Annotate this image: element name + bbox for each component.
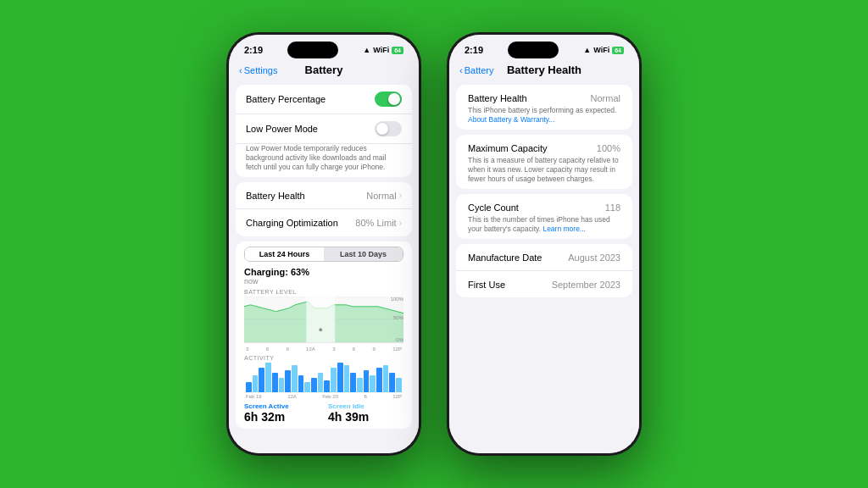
first-use-title: First Use [468, 280, 505, 290]
cycle-count-desc: This is the number of times iPhone has u… [468, 215, 620, 234]
activity-bar [324, 380, 330, 393]
battery-health-header: Battery Health Normal [468, 93, 620, 103]
time-tabs[interactable]: Last 24 Hours Last 10 Days [244, 247, 403, 262]
cycle-count-row: Cycle Count 118 This is the number of ti… [456, 194, 632, 239]
time-2: 2:19 [465, 45, 483, 55]
chart-section: Last 24 Hours Last 10 Days Charging: 63%… [236, 241, 412, 429]
activity-bar [364, 370, 370, 392]
cycle-count-val: 118 [605, 202, 620, 213]
signal-icon-2: ▲ [583, 46, 591, 54]
activity-bar [253, 375, 259, 392]
low-power-toggle[interactable] [375, 121, 402, 136]
screen-stats: Screen Active 6h 32m Screen Idle 4h 39m [244, 402, 403, 424]
low-power-label: Low Power Mode [246, 124, 318, 134]
activity-bar [259, 368, 264, 392]
toggle-section: Battery Percentage Low Power Mode Low Po… [236, 85, 412, 177]
charging-opt-label: Charging Optimization [246, 218, 338, 228]
activity-bar [298, 375, 304, 392]
battery-health-row[interactable]: Battery Health Normal › [236, 182, 412, 209]
battery-svg [244, 297, 403, 342]
activity-bar [337, 363, 343, 392]
time-1: 2:19 [244, 45, 263, 55]
battery-health-val: Normal [591, 93, 620, 103]
max-capacity-section: Maximum Capacity 100% This is a measure … [456, 135, 632, 189]
charging-label: Charging: 63% [244, 267, 403, 277]
low-power-desc: Low Power Mode temporarily reduces backg… [236, 144, 412, 177]
charging-optimization-row[interactable]: Charging Optimization 80% Limit › [236, 209, 412, 236]
wifi-icon-2: WiFi [593, 46, 609, 54]
learn-more-link[interactable]: Learn more... [542, 225, 586, 233]
activity-bar [389, 373, 395, 392]
status-icons-2: ▲ WiFi 64 [583, 46, 624, 54]
battery-health-section: Battery Health Normal This iPhone batter… [456, 85, 632, 130]
signal-icon: ▲ [363, 46, 370, 54]
dynamic-island-1 [287, 42, 338, 58]
y-50: 50% [393, 315, 403, 320]
low-power-row[interactable]: Low Power Mode [236, 114, 412, 144]
max-capacity-title: Maximum Capacity [468, 143, 548, 153]
x-labels-activity: Feb 19 12A Feb 20 6 12P [244, 394, 403, 399]
nav-title-2: Battery Health [507, 64, 581, 76]
y-100: 100% [391, 297, 403, 302]
battery-percentage-label: Battery Percentage [246, 94, 326, 104]
activity-bar [311, 378, 317, 393]
max-capacity-header: Maximum Capacity 100% [468, 143, 620, 153]
activity-bar [246, 382, 252, 392]
x-labels-battery: 3 6 9 12A 3 6 9 12P [244, 347, 403, 352]
activity-label: ACTIVITY [244, 355, 403, 361]
first-use-row: First Use September 2023 [456, 271, 632, 297]
tab-24h[interactable]: Last 24 Hours [245, 247, 324, 261]
max-capacity-val: 100% [597, 143, 620, 153]
cycle-count-header: Cycle Count 118 [468, 202, 620, 213]
content-2: Battery Health Normal This iPhone batter… [449, 80, 639, 453]
chevron-icon-2: › [399, 219, 402, 228]
dynamic-island-2 [508, 42, 559, 58]
back-button-2[interactable]: ‹ Battery [459, 65, 494, 75]
status-icons-1: ▲ WiFi 64 [363, 46, 403, 54]
battery-health-desc: This iPhone battery is performing as exp… [468, 106, 620, 125]
activity-bar [350, 373, 356, 392]
manufacture-date-row: Manufacture Date August 2023 [456, 244, 632, 271]
screen-idle-stat: Screen Idle 4h 39m [328, 402, 403, 424]
battery-level-label: BATTERY LEVEL [244, 289, 403, 295]
phone-1: 2:19 ▲ WiFi 64 ‹ Settings Battery Batter… [226, 32, 421, 456]
screen-active-value: 6h 32m [244, 410, 320, 424]
chevron-left-icon-2: ‹ [459, 65, 463, 75]
charging-sub: now [244, 277, 403, 286]
max-capacity-desc: This is a measure of battery capacity re… [468, 156, 620, 184]
screen-active-title: Screen Active [244, 402, 320, 410]
activity-bar [304, 382, 310, 392]
y-0: 0% [396, 337, 403, 342]
activity-bar [265, 363, 271, 392]
battery-warranty-link[interactable]: About Battery & Warranty... [468, 115, 555, 124]
svg-rect-4 [306, 297, 335, 342]
dates-section: Manufacture Date August 2023 First Use S… [456, 244, 632, 297]
first-use-header: First Use September 2023 [468, 280, 620, 290]
manufacture-date-title: Manufacture Date [468, 252, 542, 263]
charging-opt-value: 80% Limit › [355, 218, 402, 228]
manufacture-date-header: Manufacture Date August 2023 [468, 252, 620, 263]
status-bar-2: 2:19 ▲ WiFi 64 [449, 35, 639, 60]
tab-10d[interactable]: Last 10 Days [324, 247, 403, 261]
first-use-val: September 2023 [552, 280, 620, 290]
health-section: Battery Health Normal › Charging Optimiz… [236, 182, 412, 236]
activity-bar [376, 368, 382, 392]
nav-bar-2: ‹ Battery Battery Health [449, 60, 639, 80]
screen-idle-title: Screen Idle [328, 402, 403, 410]
activity-bar [318, 373, 324, 392]
battery-percentage-toggle[interactable] [375, 92, 402, 107]
battery-percentage-row[interactable]: Battery Percentage [236, 85, 412, 114]
chevron-icon: › [399, 191, 402, 200]
activity-bar [292, 365, 298, 392]
activity-chart [244, 363, 403, 392]
activity-bar [357, 378, 363, 393]
back-button-1[interactable]: ‹ Settings [239, 65, 277, 75]
wifi-icon: WiFi [373, 46, 389, 54]
cycle-count-section: Cycle Count 118 This is the number of ti… [456, 194, 632, 239]
battery-icon-2: 64 [612, 47, 624, 54]
cycle-count-title: Cycle Count [468, 202, 519, 213]
battery-chart: 100% 50% 0% [244, 297, 403, 343]
status-bar-1: 2:19 ▲ WiFi 64 [229, 35, 419, 60]
screen-idle-value: 4h 39m [328, 410, 403, 424]
back-label-2: Battery [465, 65, 494, 75]
